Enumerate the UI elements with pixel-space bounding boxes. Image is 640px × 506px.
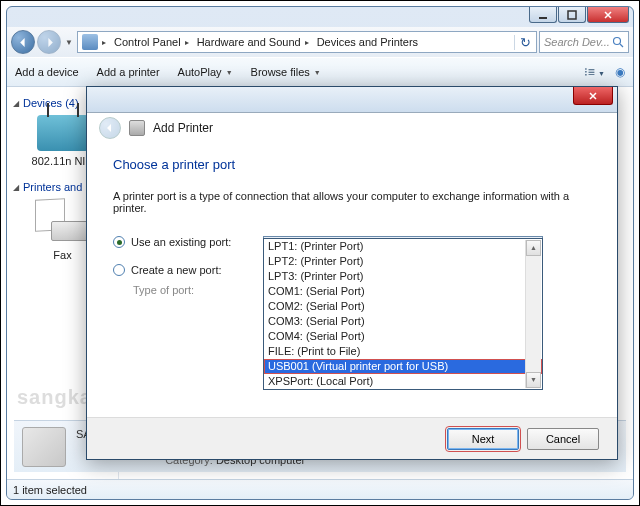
router-icon — [37, 115, 89, 151]
minimize-button[interactable] — [529, 7, 557, 23]
port-option[interactable]: COM3: (Serial Port) — [264, 314, 542, 329]
scroll-up-button[interactable]: ▲ — [526, 240, 541, 256]
autoplay-button[interactable]: AutoPlay▼ — [178, 66, 233, 78]
window-titlebar — [7, 7, 633, 27]
dialog-heading: Choose a printer port — [113, 157, 591, 172]
crumb-control-panel[interactable]: Control Panel — [114, 36, 181, 48]
search-placeholder: Search Dev... — [544, 36, 610, 48]
listbox-scrollbar[interactable]: ▲ ▼ — [525, 240, 541, 388]
svg-point-2 — [614, 38, 621, 45]
cancel-button[interactable]: Cancel — [527, 428, 599, 450]
printer-icon — [129, 120, 145, 136]
fax-icon — [35, 199, 91, 245]
port-option[interactable]: COM1: (Serial Port) — [264, 284, 542, 299]
command-bar: Add a device Add a printer AutoPlay▼ Bro… — [7, 57, 633, 87]
status-bar: 1 item selected — [7, 479, 633, 499]
svg-rect-1 — [568, 11, 576, 19]
next-button[interactable]: Next — [447, 428, 519, 450]
crumb-hardware-sound[interactable]: Hardware and Sound — [197, 36, 301, 48]
add-device-button[interactable]: Add a device — [15, 66, 79, 78]
type-of-port-label: Type of port: — [113, 284, 263, 296]
nav-history-dropdown[interactable]: ▼ — [63, 38, 75, 47]
view-options-button[interactable]: ⁝≡ ▼ — [584, 65, 605, 79]
port-option[interactable]: XPSPort: (Local Port) — [264, 374, 542, 389]
nav-bar: ▼ ▸ Control Panel▸ Hardware and Sound▸ D… — [7, 27, 633, 57]
scroll-down-button[interactable]: ▼ — [526, 372, 541, 388]
dialog-description: A printer port is a type of connection t… — [113, 190, 591, 214]
crumb-devices-printers[interactable]: Devices and Printers — [317, 36, 419, 48]
add-printer-dialog: Add Printer Choose a printer port A prin… — [86, 86, 618, 460]
back-button[interactable] — [11, 30, 35, 54]
maximize-button[interactable] — [558, 7, 586, 23]
dialog-title: Add Printer — [153, 121, 213, 135]
use-existing-port-label: Use an existing port: — [131, 236, 231, 248]
breadcrumb[interactable]: ▸ Control Panel▸ Hardware and Sound▸ Dev… — [77, 31, 537, 53]
forward-button[interactable] — [37, 30, 61, 54]
computer-icon — [22, 427, 66, 467]
svg-rect-0 — [539, 17, 547, 19]
port-option[interactable]: LPT1: (Printer Port) — [264, 239, 542, 254]
search-icon — [612, 36, 624, 48]
search-input[interactable]: Search Dev... — [539, 31, 629, 53]
add-printer-button[interactable]: Add a printer — [97, 66, 160, 78]
close-button[interactable] — [587, 7, 629, 23]
port-option[interactable]: COM2: (Serial Port) — [264, 299, 542, 314]
refresh-button[interactable]: ↻ — [514, 35, 536, 50]
create-new-port-radio[interactable] — [113, 264, 125, 276]
port-option[interactable]: LPT2: (Printer Port) — [264, 254, 542, 269]
port-option[interactable]: LPT3: (Printer Port) — [264, 269, 542, 284]
status-text: 1 item selected — [13, 484, 87, 496]
port-option[interactable]: FILE: (Print to File) — [264, 344, 542, 359]
svg-line-3 — [620, 44, 623, 47]
browse-files-button[interactable]: Browse files▼ — [251, 66, 321, 78]
port-option[interactable]: COM4: (Serial Port) — [264, 329, 542, 344]
create-new-port-label: Create a new port: — [131, 264, 222, 276]
location-icon — [82, 34, 98, 50]
port-listbox[interactable]: LPT1: (Printer Port)LPT2: (Printer Port)… — [263, 238, 543, 390]
port-option[interactable]: USB001 (Virtual printer port for USB) — [264, 359, 542, 374]
dialog-close-button[interactable] — [573, 87, 613, 105]
use-existing-port-radio[interactable] — [113, 236, 125, 248]
dialog-titlebar — [87, 87, 617, 113]
help-button[interactable]: ◉ — [615, 65, 625, 79]
dialog-back-button[interactable] — [99, 117, 121, 139]
